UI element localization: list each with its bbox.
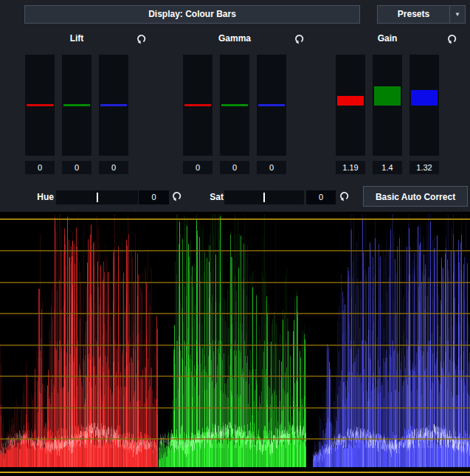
lift-blue-slider[interactable]	[99, 55, 128, 156]
hue-reset-icon[interactable]	[172, 190, 182, 202]
sat-slider[interactable]	[224, 190, 304, 204]
lift-red-slider[interactable]	[25, 55, 55, 156]
sat-slider-handle[interactable]	[263, 193, 265, 202]
gain-green-value-field[interactable]: 1.4	[373, 161, 402, 174]
group-lift: Lift000	[25, 0, 128, 181]
basic-auto-correct-button[interactable]: Basic Auto Correct	[363, 186, 468, 207]
hue-label: Hue	[30, 190, 54, 204]
lift-red-value-field[interactable]: 0	[25, 161, 55, 174]
sat-label: Sat	[199, 190, 224, 204]
gamma-red-slider[interactable]	[183, 55, 212, 156]
hue-value-field[interactable]: 0	[139, 190, 169, 204]
gain-blue-slider[interactable]	[409, 55, 439, 156]
gamma-reset-icon[interactable]	[294, 32, 305, 45]
lift-red-handle[interactable]	[27, 104, 53, 106]
gain-red-slider[interactable]	[336, 55, 365, 156]
lift-green-slider[interactable]	[62, 55, 91, 156]
gamma-red-value-field[interactable]: 0	[183, 161, 212, 174]
group-gain: Gain1.191.41.32	[336, 0, 439, 181]
gamma-green-handle[interactable]	[221, 104, 248, 106]
group-gamma: Gamma000	[183, 0, 286, 181]
gain-blue-handle[interactable]	[411, 90, 438, 106]
gamma-green-slider[interactable]	[220, 55, 249, 156]
colour-correction-panel: Display: Colour Bars Presets ▼ Lift000Ga…	[0, 0, 470, 476]
gamma-green-value-field[interactable]: 0	[220, 161, 249, 174]
sat-value-field[interactable]: 0	[306, 190, 336, 204]
gain-red-handle[interactable]	[337, 96, 364, 106]
gamma-blue-handle[interactable]	[258, 104, 285, 106]
hue-slider-handle[interactable]	[97, 193, 98, 202]
gain-blue-value-field[interactable]: 1.32	[409, 161, 439, 174]
gain-green-slider[interactable]	[373, 55, 402, 156]
lift-green-handle[interactable]	[63, 104, 90, 106]
rgb-parade-waveform-scope	[0, 212, 470, 476]
chevron-down-icon[interactable]: ▼	[449, 6, 465, 23]
gamma-group-label: Gamma	[183, 33, 286, 45]
lift-green-value-field[interactable]: 0	[62, 161, 91, 174]
gain-group-label: Gain	[336, 33, 439, 45]
gamma-red-handle[interactable]	[184, 104, 211, 106]
lift-blue-handle[interactable]	[100, 104, 127, 106]
gamma-blue-value-field[interactable]: 0	[257, 161, 286, 174]
gamma-blue-slider[interactable]	[257, 55, 286, 156]
gain-reset-icon[interactable]	[447, 32, 457, 45]
gain-red-value-field[interactable]: 1.19	[336, 161, 365, 174]
gain-green-handle[interactable]	[374, 86, 401, 106]
sat-reset-icon[interactable]	[339, 190, 350, 202]
hue-slider[interactable]	[56, 190, 138, 204]
lift-blue-value-field[interactable]: 0	[99, 161, 128, 174]
lift-group-label: Lift	[25, 33, 128, 45]
lift-reset-icon[interactable]	[136, 32, 147, 45]
